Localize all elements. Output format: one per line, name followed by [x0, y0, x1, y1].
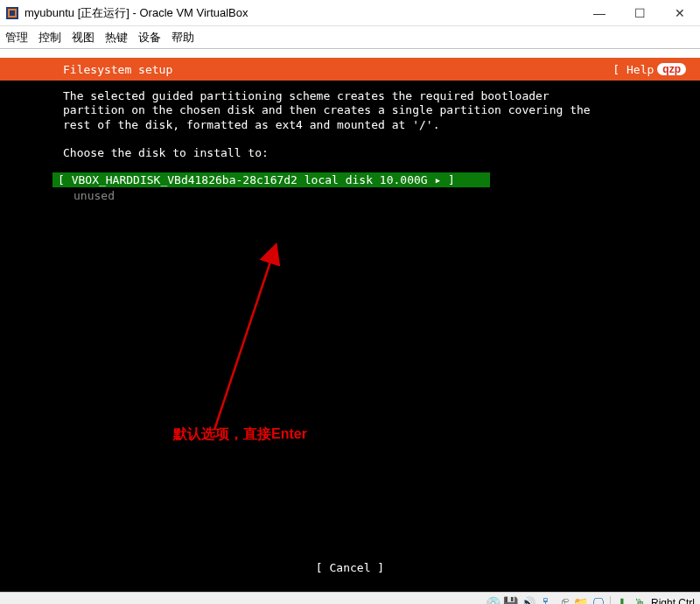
annotation-arrow [175, 233, 350, 443]
watermark-badge: qzp [657, 63, 686, 75]
audio-icon[interactable]: 🔊 [521, 595, 536, 605]
window-controls: — ☐ ✕ [579, 0, 700, 26]
cancel-row: [ Cancel ] [0, 561, 700, 574]
menu-devices[interactable]: 设备 [138, 30, 161, 46]
choose-prompt: Choose the disk to install to: [63, 146, 269, 159]
guest-additions-icon[interactable]: ⬇ [614, 595, 630, 605]
menu-view[interactable]: 视图 [72, 30, 94, 46]
statusbar: 💿 💾 🔊 🖧 🖇 📁 🖵 ⬇ 🖱 Right Ctrl [0, 592, 700, 604]
help-label: [ Help [612, 63, 654, 76]
disk-option-selected[interactable]: [ VBOX_HARDDISK_VBd41826ba-28c167d2 loca… [52, 172, 490, 187]
cancel-button[interactable]: [ Cancel ] [316, 561, 384, 574]
svg-rect-2 [10, 11, 15, 16]
svg-line-3 [214, 259, 271, 430]
close-button[interactable]: ✕ [660, 0, 700, 26]
window-title: myubuntu [正在运行] - Oracle VM VirtualBox [24, 5, 579, 21]
network-icon[interactable]: 🖧 [538, 595, 554, 605]
installer-body: The selected guided partitioning scheme … [0, 81, 700, 160]
virtualbox-icon [5, 6, 19, 20]
mouse-capture-icon[interactable]: 🖱 [632, 595, 648, 605]
installer-header: Filesystem setup [ Help qzp [0, 58, 700, 81]
annotation-text: 默认选项，直接Enter [173, 425, 307, 444]
menu-help[interactable]: 帮助 [172, 30, 194, 46]
installer-title: Filesystem setup [63, 63, 172, 76]
body-text: The selected guided partitioning scheme … [63, 89, 591, 131]
minimize-button[interactable]: — [579, 0, 620, 26]
installer-help[interactable]: [ Help qzp [612, 63, 686, 76]
usb-icon[interactable]: 🖇 [556, 595, 571, 605]
maximize-button[interactable]: ☐ [620, 0, 660, 26]
menu-hotkeys[interactable]: 热键 [105, 30, 128, 46]
menubar: 管理 控制 视图 热键 设备 帮助 [0, 26, 700, 49]
vm-screen[interactable]: Filesystem setup [ Help qzp The selected… [0, 58, 700, 592]
shared-folder-icon[interactable]: 📁 [573, 595, 589, 605]
status-separator [610, 596, 611, 605]
window-titlebar: myubuntu [正在运行] - Oracle VM VirtualBox —… [0, 0, 700, 26]
display-icon[interactable]: 🖵 [591, 595, 606, 605]
optical-drive-icon[interactable]: 💿 [486, 595, 501, 605]
disk-list: [ VBOX_HARDDISK_VBd41826ba-28c167d2 loca… [52, 172, 700, 202]
hard-disk-icon[interactable]: 💾 [503, 595, 519, 605]
disk-unused-label: unused [74, 189, 700, 202]
menu-control[interactable]: 控制 [38, 30, 61, 46]
menu-manage[interactable]: 管理 [5, 30, 28, 46]
host-key-label: Right Ctrl [651, 597, 695, 605]
